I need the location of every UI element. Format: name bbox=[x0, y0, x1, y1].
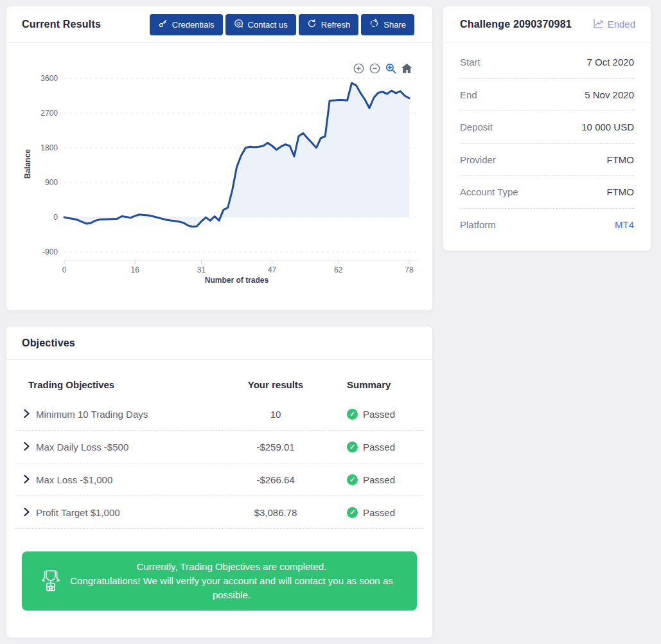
col-trading-objectives: Trading Objectives bbox=[15, 379, 221, 390]
check-icon: ✓ bbox=[347, 442, 358, 452]
refresh-icon bbox=[307, 19, 317, 30]
home-icon[interactable] bbox=[401, 62, 413, 75]
info-row-deposit: Deposit 10 000 USD bbox=[460, 111, 634, 144]
status-label: Ended bbox=[608, 19, 635, 30]
platform-link[interactable]: MT4 bbox=[615, 219, 634, 230]
selection-zoom-icon[interactable] bbox=[385, 62, 397, 75]
svg-text:62: 62 bbox=[334, 265, 343, 274]
objectives-table-head: Trading Objectives Your results Summary bbox=[15, 360, 423, 398]
svg-text:31: 31 bbox=[197, 265, 206, 274]
svg-text:900: 900 bbox=[45, 178, 58, 187]
check-icon: ✓ bbox=[347, 474, 358, 485]
current-results-title: Current Results bbox=[22, 19, 101, 30]
ended-chart-icon bbox=[593, 18, 604, 31]
svg-text:3600: 3600 bbox=[40, 74, 58, 83]
balance-chart[interactable]: 3600270018009000-90001631476278Number of… bbox=[6, 44, 432, 310]
svg-text:@: @ bbox=[236, 21, 241, 26]
svg-text:1800: 1800 bbox=[40, 143, 58, 152]
info-row-end: End 5 Nov 2020 bbox=[460, 79, 634, 112]
challenge-header: Challenge 2090370981 Ended bbox=[443, 6, 651, 42]
svg-text:-900: -900 bbox=[42, 247, 58, 256]
check-icon: ✓ bbox=[347, 507, 358, 518]
chevron-right-icon bbox=[24, 409, 30, 420]
current-results-header: Current Results Credentials @ bbox=[6, 6, 432, 43]
objective-row-profit-target[interactable]: Profit Target $1,000 $3,086.78 ✓ Passed bbox=[15, 496, 423, 529]
svg-text:16: 16 bbox=[131, 265, 140, 274]
objective-row-max-loss[interactable]: Max Loss -$1,000 -$266.64 ✓ Passed bbox=[15, 463, 423, 496]
info-row-account-type: Account Type FTMO bbox=[460, 176, 634, 209]
svg-text:0: 0 bbox=[53, 213, 58, 222]
banner-message: Currently, Trading Objectives are comple… bbox=[68, 560, 417, 602]
svg-text:78: 78 bbox=[405, 265, 414, 274]
current-results-card: Current Results Credentials @ bbox=[6, 6, 432, 310]
key-icon bbox=[158, 19, 168, 30]
objective-row-max-daily-loss[interactable]: Max Daily Loss -$500 -$259.01 ✓ Passed bbox=[15, 431, 423, 463]
refresh-button[interactable]: Refresh bbox=[299, 14, 359, 35]
challenge-info: Start 7 Oct 2020 End 5 Nov 2020 Deposit … bbox=[443, 42, 651, 241]
chevron-right-icon bbox=[24, 474, 30, 485]
objectives-title: Objectives bbox=[22, 337, 75, 349]
check-icon: ✓ bbox=[347, 409, 358, 420]
objective-row-min-days[interactable]: Minimum 10 Trading Days 10 ✓ Passed bbox=[15, 398, 423, 431]
chart-toolbar bbox=[353, 62, 413, 75]
objectives-header: Objectives bbox=[6, 326, 432, 360]
objectives-card: Objectives Trading Objectives Your resul… bbox=[6, 326, 432, 638]
chat-icon: @ bbox=[234, 19, 243, 30]
success-banner: Currently, Trading Objectives are comple… bbox=[22, 551, 417, 611]
share-icon bbox=[369, 19, 379, 30]
share-button[interactable]: Share bbox=[361, 14, 414, 35]
challenge-title: Challenge 2090370981 bbox=[460, 19, 572, 30]
info-row-provider: Provider FTMO bbox=[460, 144, 634, 177]
dashboard-page: Current Results Credentials @ bbox=[0, 0, 661, 644]
info-row-platform: Platform MT4 bbox=[460, 209, 634, 242]
svg-text:2700: 2700 bbox=[40, 109, 58, 118]
col-summary: Summary bbox=[330, 379, 423, 390]
chevron-right-icon bbox=[24, 507, 30, 518]
col-your-results: Your results bbox=[221, 379, 330, 390]
challenge-card: Challenge 2090370981 Ended Start 7 Oct 2… bbox=[443, 6, 651, 251]
chevron-right-icon bbox=[24, 442, 30, 452]
zoom-in-icon[interactable] bbox=[353, 62, 365, 75]
results-actions: Credentials @ Contact us bbox=[150, 14, 414, 35]
zoom-out-icon[interactable] bbox=[369, 62, 381, 75]
credentials-button[interactable]: Credentials bbox=[150, 14, 223, 35]
contact-us-button[interactable]: @ Contact us bbox=[225, 14, 296, 35]
svg-text:47: 47 bbox=[268, 265, 277, 274]
trophy-icon bbox=[37, 568, 64, 595]
svg-text:0: 0 bbox=[62, 265, 67, 274]
svg-text:Number of trades: Number of trades bbox=[205, 276, 269, 285]
status-badge: Ended bbox=[593, 18, 635, 31]
svg-text:Balance: Balance bbox=[23, 149, 32, 179]
info-row-start: Start 7 Oct 2020 bbox=[460, 46, 634, 79]
